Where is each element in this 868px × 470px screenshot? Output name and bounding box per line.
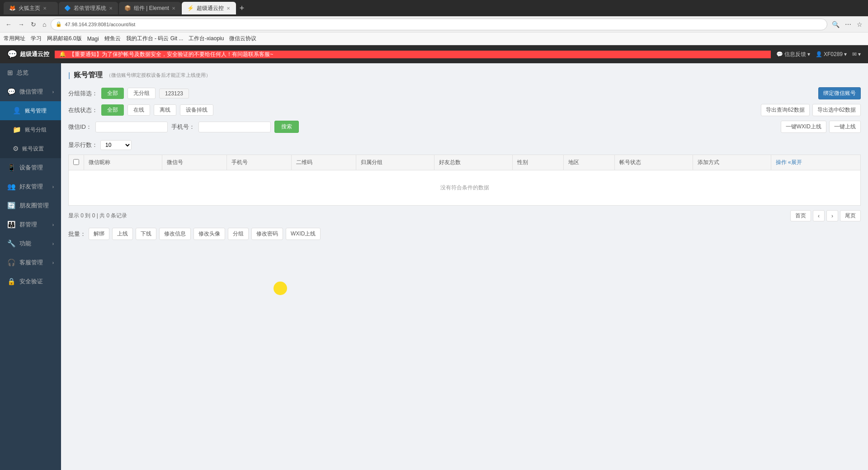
phone-label: 手机号： — [171, 123, 195, 131]
group-all-button[interactable]: 全部 — [101, 88, 124, 99]
user-button[interactable]: 👤 XF0289 ▾ — [816, 51, 847, 57]
tab-ruoyi[interactable]: 🔷 若依管理系统 ✕ — [59, 2, 118, 14]
search-icon[interactable]: 🔍 — [830, 20, 841, 29]
sidebar-item-group-mgr-label: 群管理 — [19, 221, 37, 229]
tab-supercloud-close[interactable]: ✕ — [226, 6, 230, 11]
wxid-online-button[interactable]: 一键WXID上线 — [781, 121, 826, 133]
sidebar-item-wechat[interactable]: 💬 微信管理 › — [0, 82, 61, 101]
tab-element-close[interactable]: ✕ — [172, 6, 175, 11]
tab-ruoyi-close[interactable]: ✕ — [109, 6, 113, 11]
address-bar[interactable]: 🔒 47.98.164.239:8081/account/list — [51, 19, 827, 30]
display-count-select[interactable]: 10 20 50 100 — [100, 140, 132, 150]
bookmark-magi[interactable]: Magi — [87, 36, 99, 42]
offline-button[interactable]: 离线 — [154, 104, 176, 116]
categorize-button[interactable]: 分组 — [228, 228, 249, 240]
one-click-online-button[interactable]: 一键上线 — [829, 121, 861, 133]
th-checkbox — [69, 155, 84, 170]
export-selected-button[interactable]: 导出选中62数据 — [812, 104, 861, 116]
tab-supercloud[interactable]: ⚡ 超级通云控 ✕ — [182, 2, 236, 14]
last-page-button[interactable]: 尾页 — [840, 210, 861, 221]
app-logo: 💬 超级通云控 — [7, 49, 49, 59]
go-offline-button[interactable]: 下线 — [136, 228, 156, 240]
bind-wechat-button[interactable]: 绑定微信账号 — [818, 87, 861, 99]
wechat-mgr-icon: 💬 — [7, 88, 16, 96]
device-offline-button[interactable]: 设备掉线 — [180, 104, 213, 116]
sidebar-item-friends[interactable]: 👥 好友管理 › — [0, 177, 61, 196]
sidebar-item-service[interactable]: 🎧 客服管理 › — [0, 253, 61, 272]
batch-row: 批量： 解绑 上线 下线 修改信息 修改头像 分组 修改密码 WXID上线 — [68, 228, 861, 240]
sidebar-item-group-mgr[interactable]: 👨‍👩‍👧 群管理 › — [0, 215, 61, 234]
bookmark-xiaopiu[interactable]: 工作台-xiaopiu — [189, 35, 224, 42]
back-button[interactable]: ← — [4, 20, 14, 29]
friends-icon: 👥 — [7, 183, 16, 191]
sidebar-item-moments-label: 朋友圈管理 — [19, 202, 49, 210]
tab-firefox-label: 火狐主页 — [19, 5, 40, 12]
bookmarks-bar: 常用网址 学习 网易邮箱6.0版 Magi 鲤鱼云 我的工作台 - 码云 Git… — [0, 33, 868, 45]
group-123123-button[interactable]: 123123 — [159, 89, 189, 99]
refresh-button[interactable]: ↻ — [29, 20, 38, 29]
home-button[interactable]: ⌂ — [41, 20, 48, 29]
bookmark-liyu[interactable]: 鲤鱼云 — [104, 35, 121, 42]
star-button[interactable]: ☆ — [855, 20, 864, 29]
feedback-button[interactable]: 💬 信息反馈 ▾ — [776, 51, 810, 58]
unbind-button[interactable]: 解绑 — [89, 228, 109, 240]
bookmark-study[interactable]: 学习 — [31, 35, 42, 42]
features-icon: 🔧 — [7, 240, 16, 248]
new-tab-button[interactable]: + — [237, 4, 247, 13]
more-button[interactable]: ⋯ — [843, 20, 853, 29]
bookmark-gitee[interactable]: 我的工作台 - 码云 Git ... — [126, 35, 184, 42]
sidebar-item-security[interactable]: 🔒 安全验证 — [0, 272, 61, 291]
search-button[interactable]: 搜索 — [274, 121, 299, 133]
edit-info-button[interactable]: 修改信息 — [159, 228, 191, 240]
first-page-button[interactable]: 首页 — [790, 210, 811, 221]
pagination-row: 显示 0 到 0 | 共 0 条记录 首页 ‹ › 尾页 — [68, 210, 861, 221]
th-phone: 手机号 — [227, 155, 292, 170]
wxid-go-online-button[interactable]: WXID上线 — [286, 228, 321, 240]
tab-element[interactable]: 📦 组件 | Element ✕ — [119, 2, 181, 14]
sidebar-item-moments[interactable]: 🔄 朋友圈管理 — [0, 196, 61, 215]
th-friends: 好友总数 — [434, 155, 512, 170]
sidebar-item-group[interactable]: 📁 账号分组 — [0, 120, 61, 139]
sidebar-item-group-label: 账号分组 — [25, 126, 47, 134]
security-lock-icon: 🔒 — [7, 277, 16, 286]
edit-password-button[interactable]: 修改密码 — [251, 228, 283, 240]
bookmark-common[interactable]: 常用网址 — [4, 35, 25, 42]
wechat-id-input[interactable] — [95, 122, 168, 132]
sidebar-item-features-label: 功能 — [19, 240, 31, 248]
select-all-checkbox[interactable] — [73, 159, 79, 165]
bookmark-mail[interactable]: 网易邮箱6.0版 — [47, 35, 82, 42]
export-query-button[interactable]: 导出查询62数据 — [761, 104, 809, 116]
edit-avatar-button[interactable]: 修改头像 — [193, 228, 225, 240]
display-label: 显示行数： — [68, 141, 98, 149]
prev-page-button[interactable]: ‹ — [813, 210, 825, 221]
tab-bar: 🦊 火狐主页 ✕ 🔷 若依管理系统 ✕ 📦 组件 | Element ✕ ⚡ 超… — [0, 0, 868, 16]
pagination-info: 显示 0 到 0 | 共 0 条记录 — [68, 212, 127, 220]
user-label: XF0289 — [824, 51, 843, 57]
page-subtitle: （微信账号绑定授权设备后才能正常上线使用） — [106, 72, 211, 79]
mail-button[interactable]: ✉ ▾ — [852, 51, 861, 57]
sidebar-item-account[interactable]: 👤 账号管理 — [0, 101, 61, 120]
phone-input[interactable] — [198, 122, 271, 132]
tab-firefox[interactable]: 🦊 火狐主页 ✕ — [4, 2, 58, 14]
th-action[interactable]: 操作 «展开 — [771, 155, 860, 170]
sidebar-item-settings[interactable]: ⚙ 账号设置 — [0, 139, 61, 158]
account-icon: 👤 — [13, 107, 21, 115]
sidebar-item-device[interactable]: 📱 设备管理 — [0, 158, 61, 177]
next-page-button[interactable]: › — [826, 210, 838, 221]
user-icon: 👤 — [816, 51, 822, 57]
online-all-button[interactable]: 全部 — [101, 104, 124, 116]
tab-supercloud-label: 超级通云控 — [197, 5, 224, 12]
page-title-row: | 账号管理 （微信账号绑定授权设备后才能正常上线使用） — [68, 70, 861, 80]
forward-button[interactable]: → — [16, 20, 26, 29]
bookmark-xiaopiu-label: 工作台-xiaopiu — [189, 35, 224, 42]
sidebar-item-features[interactable]: 🔧 功能 › — [0, 234, 61, 253]
sidebar-item-overview[interactable]: ⊞ 总览 — [0, 63, 61, 82]
group-none-button[interactable]: 无分组 — [127, 88, 156, 99]
bookmark-wechat-protocol[interactable]: 微信云协议 — [229, 35, 256, 42]
tab-firefox-close[interactable]: ✕ — [43, 6, 47, 11]
online-button[interactable]: 在线 — [127, 104, 150, 116]
go-online-button[interactable]: 上线 — [112, 228, 133, 240]
th-wechat-id: 微信号 — [162, 155, 227, 170]
service-icon: 🎧 — [7, 258, 16, 267]
settings-icon: ⚙ — [13, 145, 19, 153]
